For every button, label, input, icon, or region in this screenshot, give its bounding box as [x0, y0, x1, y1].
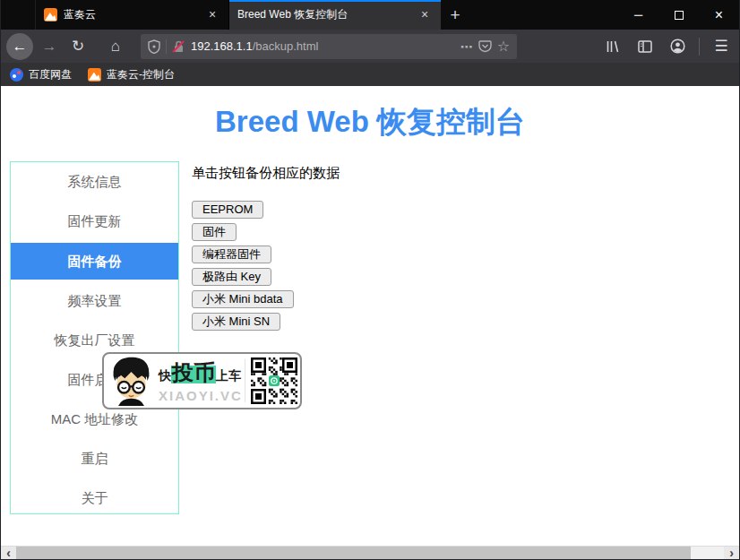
maximize-icon [675, 11, 684, 20]
baidu-pan-favicon-icon [10, 68, 23, 82]
watermark-text: 快投币上车 XIAOYI.VC [156, 358, 243, 403]
bookmark-lanzou-console[interactable]: 蓝奏云-控制台 [88, 67, 175, 82]
new-tab-button[interactable]: + [441, 0, 469, 30]
tab-label: 蓝奏云 [64, 7, 198, 22]
toolbar-right-icons: ☰ [600, 34, 734, 59]
forward-button[interactable]: → [37, 34, 62, 59]
sidebar-item-system-info[interactable]: 系统信息 [11, 162, 178, 202]
window-controls: ─ × [618, 0, 739, 30]
lanzou-favicon-icon [44, 8, 57, 22]
sidebar-item-reboot[interactable]: 重启 [11, 439, 178, 478]
page-actions-icon[interactable]: ⋯ [460, 39, 473, 54]
maximize-button[interactable] [658, 0, 699, 30]
sidebar-menu: 系统信息 固件更新 固件备份 频率设置 恢复出厂设置 固件启动 MAC 地址修改… [10, 161, 179, 514]
bookmark-label: 蓝奏云-控制台 [107, 67, 175, 82]
insecure-lock-icon[interactable] [172, 39, 185, 54]
bookmarks-toolbar: 百度网盘 蓝奏云-控制台 [1, 63, 739, 86]
page-title: Breed Web 恢复控制台 [1, 102, 739, 142]
watermark-divider [245, 359, 245, 402]
pocket-icon[interactable] [478, 39, 492, 53]
home-button[interactable]: ⌂ [103, 34, 128, 59]
bookmark-star-icon[interactable]: ☆ [497, 38, 510, 55]
shield-icon[interactable] [148, 39, 160, 54]
scroll-left-arrow-icon[interactable]: ‹ [1, 547, 16, 559]
toolbar-separator [699, 38, 700, 56]
backup-programmer-firmware-button[interactable]: 编程器固件 [192, 246, 271, 263]
tab-lanzou[interactable]: 蓝奏云 × [35, 0, 228, 30]
watermark-slogan: 快投币上车 [159, 358, 243, 387]
tab-close-icon[interactable]: × [204, 7, 220, 23]
back-button[interactable]: ← [6, 33, 33, 60]
urlbar-divider [166, 39, 167, 54]
backup-eeprom-button[interactable]: EEPROM [192, 201, 263, 219]
watermark-highlight: 投币 [171, 360, 216, 384]
backup-panel: 单击按钮备份相应的数据 EEPROM 固件 编程器固件 极路由 Key 小米 M… [192, 165, 340, 335]
tab-bar: 蓝奏云 × Breed Web 恢复控制台 × + ─ × [1, 0, 739, 30]
menu-hamburger-icon[interactable]: ☰ [709, 34, 734, 59]
backup-firmware-button[interactable]: 固件 [192, 223, 237, 241]
reload-button[interactable]: ↻ [65, 34, 90, 59]
tab-label: Breed Web 恢复控制台 [237, 7, 410, 22]
lanzou-favicon-icon [88, 68, 101, 82]
scrollbar-thumb[interactable] [16, 547, 691, 559]
address-bar[interactable]: 192.168.1.1/backup.html ⋯ ☆ [141, 34, 517, 59]
url-host: 192.168.1.1 [191, 39, 253, 53]
navigation-toolbar: ← → ↻ ⌂ 192.168.1.1/backup.html ⋯ ☆ [1, 30, 739, 63]
url-text[interactable]: 192.168.1.1/backup.html [191, 39, 455, 53]
backup-buttons: EEPROM 固件 编程器固件 极路由 Key 小米 Mini bdata 小米… [192, 201, 340, 331]
sidebars-icon[interactable] [632, 34, 658, 59]
watermark-banner: 快投币上车 XIAOYI.VC [102, 352, 302, 409]
scroll-right-arrow-icon[interactable]: › [724, 547, 739, 559]
page-content: Breed Web 恢复控制台 系统信息 固件更新 固件备份 频率设置 恢复出厂… [1, 86, 739, 546]
tab-breed-console[interactable]: Breed Web 恢复控制台 × [228, 0, 441, 30]
sidebar-item-firmware-update[interactable]: 固件更新 [11, 202, 178, 241]
sidebar-item-about[interactable]: 关于 [11, 478, 178, 518]
backup-hiwifi-key-button[interactable]: 极路由 Key [192, 268, 271, 286]
avatar-cartoon-icon [107, 356, 156, 406]
horizontal-scrollbar[interactable]: ‹ › [1, 546, 739, 559]
url-path: /backup.html [253, 39, 319, 53]
minimize-button[interactable]: ─ [618, 0, 658, 30]
account-icon[interactable] [665, 34, 690, 59]
library-icon[interactable] [600, 34, 625, 59]
qr-code-icon [251, 358, 297, 404]
backup-xiaomi-sn-button[interactable]: 小米 Mini SN [192, 313, 280, 331]
close-button[interactable]: × [699, 0, 739, 30]
sidebar-item-firmware-backup[interactable]: 固件备份 [11, 243, 178, 280]
watermark-site: XIAOYI.VC [159, 388, 243, 403]
instruction-text: 单击按钮备份相应的数据 [192, 165, 340, 182]
sidebar-item-frequency-settings[interactable]: 频率设置 [11, 281, 178, 321]
tab-close-icon[interactable]: × [417, 7, 433, 23]
tabbar-spacer [1, 0, 35, 30]
bookmark-label: 百度网盘 [29, 67, 72, 82]
bookmark-baidu-pan[interactable]: 百度网盘 [10, 67, 72, 82]
browser-window: 蓝奏云 × Breed Web 恢复控制台 × + ─ × ← → ↻ ⌂ 19… [0, 0, 740, 560]
backup-xiaomi-bdata-button[interactable]: 小米 Mini bdata [192, 290, 294, 308]
